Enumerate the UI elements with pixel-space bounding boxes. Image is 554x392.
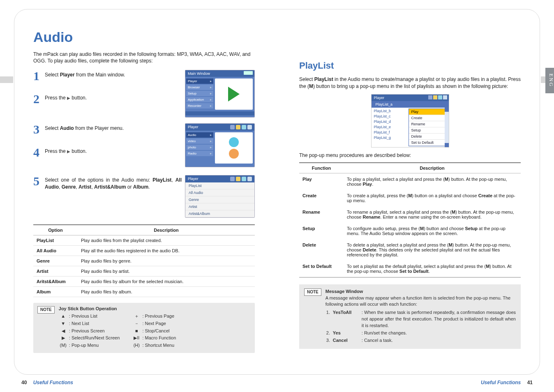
page-number: 41 [527, 380, 533, 385]
footer-left: 40 Useful Functions [21, 380, 73, 385]
playlist-header: PlayList_a [372, 101, 449, 108]
table-row: Set to DefaultTo set a playlist as the d… [299, 261, 521, 277]
page-spread: ENG Audio The mPack can play audio files… [0, 0, 554, 392]
mini-title: Player [188, 177, 229, 181]
joystick-right-column: ＋ : Previous Page－ : Next Page■ : Stop/C… [132, 313, 176, 349]
language-tab: ENG [545, 68, 554, 93]
table-row: Aritst&AlbumPlay audio files by album fo… [33, 277, 255, 287]
note-heading: Joy Stick Button Operation [59, 306, 251, 311]
scrollbar [445, 108, 449, 147]
col-description: Description [78, 225, 255, 235]
mini-title: Player [374, 96, 385, 100]
joystick-left-column: ▲ : Previous List▼ : Next List◀ : Previo… [59, 313, 120, 349]
table-row: PlayListPlay audio files from the playli… [33, 235, 255, 246]
menu-list: Audio▸ video▸ photo▸ Radio▸ [185, 131, 213, 165]
table-row: CreateTo create a playlist, press the (M… [299, 190, 521, 206]
joystick-note: NOTE Joy Stick Button Operation ▲ : Prev… [33, 303, 255, 353]
playlist-screenshot: Player PlayList_a PlayList_bPlayList_cPl… [371, 94, 449, 148]
audio-options-screenshot: Player PlayList All Audio Genre Artist A… [185, 175, 255, 218]
function-table: Function Description PlayTo play a playl… [299, 162, 521, 278]
player-icon [215, 78, 253, 110]
popup-description: The pop-up menu procedures are described… [299, 152, 521, 158]
table-row: SetupTo configure audio setup, press the… [299, 223, 521, 239]
step-number: 2 [33, 93, 44, 105]
playlist-intro: Select PlayList in the Audio menu to cre… [299, 76, 521, 90]
note-tag: NOTE [304, 288, 321, 296]
page-number: 40 [21, 380, 27, 385]
main-window-screenshot: Main Window Player▸ Browser▸ Setup▸ Appl… [185, 70, 255, 118]
step-1: 1 Select Player from the Main window. [33, 70, 185, 91]
step-text: Press the ▶ button. [44, 146, 185, 155]
scroll-up-icon [445, 108, 449, 112]
step-2: 2 Press the ▶ button. [33, 93, 185, 114]
playlist-items: PlayList_bPlayList_cPlayList_dPlayList_e… [372, 108, 407, 147]
table-row: RenameTo rename a playlist, select a pla… [299, 206, 521, 223]
step-number: 4 [33, 146, 44, 159]
table-row: All AudioPlay all the audio files regist… [33, 246, 255, 256]
binding-stripe-left [0, 76, 13, 83]
mini-title: Player [188, 125, 229, 129]
scroll-down-icon [445, 143, 449, 147]
message-options: 1.YesToAll: When the same task is perfor… [325, 309, 516, 344]
audio-intro: The mPack can play audio files recorded … [33, 51, 255, 64]
table-row: DeleteTo delete a playlist, select a pla… [299, 239, 521, 261]
step-3: 3 Select Audio from the Player menu. [33, 123, 185, 145]
menu-list: Player▸ Browser▸ Setup▸ Application▸ Rec… [185, 77, 213, 111]
context-popup: PlayCreateRenameSetupDeleteSet to Defaul… [409, 108, 446, 146]
step-number: 3 [33, 123, 44, 136]
col-function: Function [299, 163, 344, 173]
player-menu-screenshot: Player Audio▸ video▸ photo▸ Radio▸ [185, 123, 255, 167]
step-5: 5 Select one of the options in the Audio… [33, 175, 185, 196]
col-description: Description [344, 163, 521, 173]
step-number: 5 [33, 175, 44, 187]
page-title: Audio [33, 29, 255, 45]
left-page: Audio The mPack can play audio files rec… [14, 9, 277, 374]
audio-icon [215, 132, 253, 164]
note-tag: NOTE [37, 306, 55, 314]
footer-right: Useful Functions 41 [481, 380, 533, 385]
msg-intro: A message window may appear when a funct… [325, 295, 516, 308]
table-row: ArtistPlay audio files by artist. [33, 266, 255, 277]
options-table: Option Description PlayListPlay audio fi… [33, 224, 255, 297]
table-row: PlayTo play a playlist, select a playlis… [299, 173, 521, 190]
col-option: Option [33, 225, 78, 235]
menu-list: PlayList All Audio Genre Artist Artist&A… [185, 182, 254, 217]
step-text: Select Player from the Main window. [44, 70, 185, 78]
right-page: PlayList Select PlayList in the Audio me… [277, 9, 540, 374]
step-text: Press the ▶ button. [44, 93, 185, 101]
section-title: PlayList [299, 60, 521, 71]
message-window-note: NOTE Message Window A message window may… [299, 284, 521, 349]
table-row: AlbumPlay audio files by album. [33, 287, 255, 297]
section-name: Useful Functions [481, 380, 521, 385]
battery-icon [244, 71, 253, 75]
step-text: Select Audio from the Player menu. [44, 123, 185, 132]
section-name: Useful Functions [33, 380, 73, 385]
step-4: 4 Press the ▶ button. [33, 146, 185, 168]
msg-heading: Message Window [325, 288, 516, 295]
step-number: 1 [33, 70, 44, 82]
table-row: GenrePlay audio files by genre. [33, 256, 255, 266]
mini-title: Main Window [188, 71, 210, 76]
step-text: Select one of the options in the Audio m… [44, 175, 185, 191]
